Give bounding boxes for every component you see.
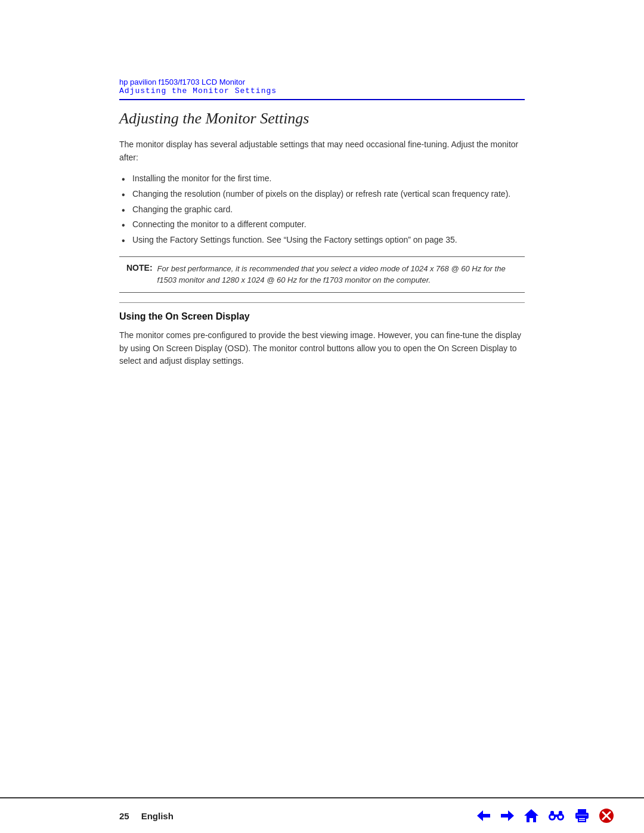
svg-rect-15 — [577, 815, 587, 816]
svg-rect-9 — [559, 811, 562, 816]
footer-left: 25 English — [119, 811, 476, 821]
svg-rect-12 — [578, 817, 586, 822]
page-number: 25 — [119, 811, 129, 821]
svg-rect-13 — [579, 818, 585, 819]
blue-divider — [119, 99, 525, 100]
svg-marker-1 — [501, 810, 514, 821]
page-footer: 25 English — [0, 797, 644, 833]
list-item: Using the Factory Settings function. See… — [119, 234, 525, 247]
footer-language: English — [141, 811, 174, 821]
page-title: Adjusting the Monitor Settings — [119, 110, 525, 128]
section-heading: Using the On Screen Display — [119, 311, 525, 322]
print-icon[interactable] — [574, 808, 590, 823]
back-arrow-icon[interactable] — [476, 809, 491, 822]
section-body: The monitor comes pre-configured to prov… — [119, 329, 525, 368]
intro-paragraph: The monitor display has several adjustab… — [119, 138, 525, 164]
svg-rect-7 — [554, 815, 559, 817]
close-icon[interactable] — [599, 808, 614, 823]
svg-marker-2 — [524, 809, 538, 822]
footer-icons — [476, 808, 614, 823]
list-item: Connecting the monitor to a different co… — [119, 218, 525, 231]
gray-divider — [119, 302, 525, 303]
home-icon[interactable] — [524, 808, 539, 823]
binoculars-icon[interactable] — [547, 809, 565, 823]
list-item: Changing the resolution (number of pixel… — [119, 188, 525, 201]
page-container: hp pavilion f1503/f1703 LCD Monitor Adju… — [0, 0, 644, 833]
bullet-list: Installing the monitor for the first tim… — [119, 172, 525, 246]
svg-rect-14 — [579, 820, 585, 821]
breadcrumb-line1: hp pavilion f1503/f1703 LCD Monitor — [119, 78, 525, 86]
content-area: hp pavilion f1503/f1703 LCD Monitor Adju… — [119, 0, 525, 833]
breadcrumb: hp pavilion f1503/f1703 LCD Monitor Adju… — [119, 78, 525, 95]
breadcrumb-line2: Adjusting the Monitor Settings — [119, 86, 525, 95]
list-item: Installing the monitor for the first tim… — [119, 172, 525, 185]
svg-marker-0 — [477, 810, 490, 821]
note-box: NOTE: For best performance, it is recomm… — [119, 256, 525, 293]
svg-rect-8 — [550, 811, 554, 816]
list-item: Changing the graphic card. — [119, 203, 525, 216]
note-label: NOTE: — [126, 263, 153, 272]
forward-arrow-icon[interactable] — [500, 809, 515, 822]
note-text: For best performance, it is recommended … — [157, 263, 518, 286]
